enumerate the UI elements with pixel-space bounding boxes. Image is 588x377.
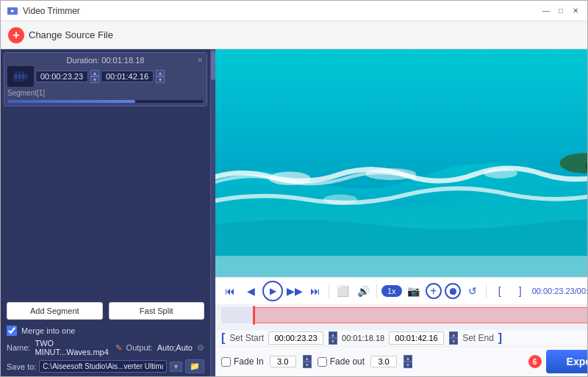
maximize-button[interactable]: □	[555, 5, 567, 17]
minimize-button[interactable]: —	[540, 5, 552, 17]
timeline-track[interactable]	[221, 307, 587, 323]
export-button[interactable]: Export	[546, 350, 587, 373]
trim-controls-row: [ Set Start ▲ ▼ 00:01:18.18 ▲ ▼ Set End …	[215, 329, 587, 346]
fade-out-down[interactable]: ▼	[404, 362, 412, 368]
fade-in-checkbox-label: Fade In	[221, 356, 264, 367]
refresh-button[interactable]: ↺	[464, 282, 481, 300]
output-label: Output:	[126, 343, 153, 352]
edit-name-icon[interactable]: ✎	[115, 343, 122, 353]
output-gear-icon[interactable]: ⚙	[197, 343, 204, 353]
file-name-value: TWO MINUT...Waves.mp4	[35, 339, 110, 356]
add-clip-button[interactable]: +	[426, 283, 442, 299]
trim-start-up[interactable]: ▲	[329, 331, 337, 338]
prev-frame-button[interactable]: ◀	[242, 282, 259, 300]
output-value: Auto;Auto	[157, 343, 193, 352]
merge-checkbox[interactable]	[7, 326, 17, 336]
main-content: ✕ Duration: 00:01:18.18	[1, 49, 587, 376]
add-source-button[interactable]: + Change Source File	[8, 27, 113, 43]
add-segment-button[interactable]: Add Segment	[7, 302, 103, 320]
start-time-input[interactable]	[35, 71, 88, 82]
left-panel: ✕ Duration: 00:01:18.18	[1, 49, 210, 376]
save-label: Save to:	[7, 362, 36, 371]
effects-row: Fade In ▲ ▼ Fade out ▲ ▼ 6	[215, 346, 587, 376]
fade-in-spinner: ▲ ▼	[303, 355, 312, 368]
open-folder-button[interactable]: 📁	[185, 359, 204, 373]
segment-buttons: Add Segment Fast Split	[7, 302, 204, 320]
mark-out-button[interactable]: ]	[512, 282, 529, 300]
set-start-label: Set Start	[229, 333, 264, 343]
right-panel: ⏮ ◀ ▶ ▶▶ ⏭ ⬜ 🔊 1x 📷 +	[215, 49, 587, 376]
screenshot-button[interactable]: 📷	[405, 282, 423, 300]
fade-in-checkbox[interactable]	[221, 357, 231, 367]
end-time-down[interactable]: ▼	[156, 76, 165, 83]
main-window: Video Trimmer — □ ✕ + Change Source File…	[0, 0, 588, 377]
title-text: Video Trimmer	[23, 6, 540, 16]
play-button[interactable]: ▶	[262, 281, 283, 301]
segment-duration: Duration: 00:01:18.18	[7, 56, 204, 65]
name-label: Name:	[7, 343, 30, 352]
svg-point-11	[268, 171, 310, 184]
svg-point-13	[484, 168, 517, 179]
fade-in-value-input[interactable]	[270, 356, 296, 367]
controls-bar: ⏮ ◀ ▶ ▶▶ ⏭ ⬜ 🔊 1x 📷 +	[215, 277, 587, 304]
speed-button[interactable]: 1x	[381, 285, 402, 297]
ocean-background	[215, 49, 587, 277]
trim-end-up[interactable]: ▲	[449, 331, 458, 338]
start-time-spinner: ▲ ▼	[90, 70, 99, 83]
trim-end-down[interactable]: ▼	[449, 338, 458, 345]
segment-item: ✕ Duration: 00:01:18.18	[4, 52, 207, 107]
fade-out-up[interactable]: ▲	[404, 355, 412, 362]
left-scrollbar[interactable]	[210, 49, 215, 376]
segment-thumbnail	[7, 66, 34, 87]
fast-split-button[interactable]: Fast Split	[109, 302, 205, 320]
start-bracket-icon: [	[221, 331, 225, 345]
fade-in-down[interactable]: ▼	[303, 362, 312, 368]
export-section: 6 Export	[528, 350, 587, 373]
svg-point-12	[365, 168, 416, 180]
toolbar: + Change Source File	[1, 21, 587, 49]
save-path-input[interactable]	[39, 360, 167, 373]
segment-close-button[interactable]: ✕	[195, 54, 205, 65]
add-source-label: Change Source File	[29, 29, 113, 40]
trim-start-down[interactable]: ▼	[329, 338, 337, 345]
trim-selection	[253, 307, 587, 323]
trim-start-input[interactable]	[268, 331, 323, 345]
fade-out-value-input[interactable]	[370, 356, 397, 367]
trim-end-input[interactable]	[389, 331, 444, 345]
svg-rect-10	[215, 256, 587, 277]
segment-times: ▲ ▼ ▲ ▼	[7, 66, 204, 87]
separator-1	[329, 284, 329, 298]
volume-button[interactable]: 🔊	[354, 282, 372, 300]
app-icon	[7, 5, 18, 17]
start-time-up[interactable]: ▲	[90, 70, 99, 76]
svg-point-14	[323, 194, 357, 204]
end-time-input[interactable]	[101, 71, 154, 82]
add-circle-icon: +	[8, 27, 24, 43]
close-button[interactable]: ✕	[570, 5, 581, 17]
mark-in-button[interactable]: [	[491, 282, 509, 300]
path-dropdown-button[interactable]: ▼	[170, 362, 182, 372]
file-name-row: Name: TWO MINUT...Waves.mp4 ✎ Output: Au…	[7, 339, 204, 356]
trim-duration-label: 00:01:18.18	[342, 334, 384, 342]
timeline-bar	[215, 304, 587, 329]
record-button[interactable]: ⏺	[445, 283, 461, 299]
start-time-down[interactable]: ▼	[90, 76, 99, 83]
segment-list: ✕ Duration: 00:01:18.18	[1, 49, 210, 296]
segment-progress-bar	[7, 100, 204, 103]
svg-rect-6	[13, 74, 28, 79]
skip-to-start-button[interactable]: ⏮	[221, 282, 239, 300]
end-time-spinner: ▲ ▼	[156, 70, 165, 83]
next-frame-button[interactable]: ▶▶	[286, 282, 304, 300]
crop-button[interactable]: ⬜	[334, 282, 351, 300]
video-preview	[215, 49, 587, 277]
title-bar: Video Trimmer — □ ✕	[1, 1, 587, 21]
fade-out-checkbox[interactable]	[318, 357, 327, 367]
set-end-label: Set End	[462, 333, 494, 343]
fade-in-up[interactable]: ▲	[303, 355, 312, 362]
separator-2	[376, 284, 377, 298]
fade-out-checkbox-label: Fade out	[318, 356, 365, 367]
skip-to-end-button[interactable]: ⏭	[306, 282, 324, 300]
export-count-badge: 6	[528, 355, 542, 368]
end-time-up[interactable]: ▲	[156, 70, 165, 76]
left-bottom: Add Segment Fast Split Merge into one Na…	[1, 296, 210, 376]
